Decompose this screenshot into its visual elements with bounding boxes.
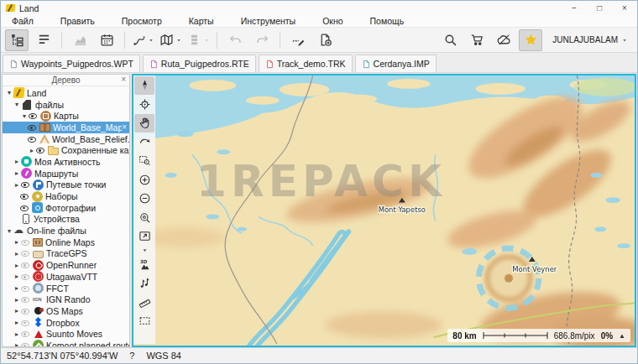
pan-button[interactable] (134, 114, 154, 133)
search-button[interactable] (438, 29, 462, 51)
expand-arrow-icon[interactable]: ▾ (13, 101, 21, 108)
menu-item-5[interactable]: Окно (309, 16, 356, 26)
collapse-arrow-icon[interactable]: ▸ (13, 319, 21, 326)
fit-screen-button[interactable] (134, 227, 154, 246)
visibility-eye-icon[interactable] (28, 122, 38, 132)
tree-item-World_Base_Map.co[interactable]: World_Base_Map.co× (3, 122, 129, 133)
tree-item-Online Maps[interactable]: ▸Online Maps (3, 237, 129, 248)
map-tools-button[interactable] (159, 29, 183, 51)
zoom-in-button[interactable] (134, 171, 154, 190)
tree-item-OS Maps[interactable]: ▸OS Maps (3, 305, 129, 317)
tree-item-IGN Rando[interactable]: ▸IGN Rando (3, 294, 129, 305)
tab-Ruta_Puigpedros.RTE[interactable]: Ruta_Puigpedros.RTE (143, 55, 256, 72)
tree-item-Сохраненные карты[interactable]: ▸Сохраненные карты (3, 144, 129, 156)
visibility-eye-icon[interactable] (21, 180, 31, 190)
import-file-button[interactable] (313, 29, 337, 51)
visibility-eye-icon[interactable] (21, 306, 31, 315)
tree-item-Komoot planned routes[interactable]: ▸Komoot planned routes (3, 340, 129, 346)
minimize-button[interactable]: − (562, 1, 587, 15)
tree-item-Путевые точки[interactable]: ▸Путевые точки (3, 179, 129, 191)
tree-item-UtagawaVTT[interactable]: ▸UtagawaVTT (3, 271, 129, 283)
visibility-eye-icon[interactable] (21, 261, 31, 270)
collapse-arrow-icon[interactable]: ▸ (13, 273, 21, 280)
select-area-button[interactable] (134, 312, 154, 330)
zoom-100-button[interactable] (134, 209, 154, 227)
visibility-eye-icon[interactable] (21, 318, 31, 327)
expand-arrow-icon[interactable]: ▾ (20, 112, 29, 120)
more-zoom-options-button[interactable] (134, 247, 154, 255)
menu-item-4[interactable]: Инструменты (227, 16, 309, 26)
visibility-eye-icon[interactable] (20, 192, 30, 201)
visibility-eye-icon[interactable] (21, 330, 31, 339)
collapse-arrow-icon[interactable]: ▸ (13, 296, 21, 304)
collapse-arrow-icon[interactable]: ▸ (13, 330, 21, 338)
visibility-eye-icon[interactable] (21, 237, 31, 247)
store-button[interactable] (465, 29, 489, 51)
compass-button[interactable] (134, 76, 154, 95)
measure-button[interactable] (134, 294, 154, 312)
visibility-eye-icon[interactable] (29, 112, 39, 121)
tree-item-FFCT[interactable]: ▸FFCT (3, 283, 129, 294)
visibility-eye-icon[interactable] (28, 134, 38, 143)
menu-item-1[interactable]: Править (47, 16, 108, 26)
collapse-arrow-icon[interactable]: ▸ (13, 238, 21, 246)
tree-view-button[interactable] (5, 29, 29, 51)
tree-item-Наборы[interactable]: Наборы (3, 190, 129, 202)
collapse-arrow-icon[interactable]: ▸ (13, 181, 21, 189)
tree-panel-close-icon[interactable]: × (121, 75, 126, 84)
collapse-arrow-icon[interactable]: ▸ (13, 262, 21, 269)
tree-item-Dropbox[interactable]: ▸Dropbox (3, 317, 129, 329)
collapse-arrow-icon[interactable]: ▸ (13, 284, 21, 292)
menu-item-0[interactable]: Файл (1, 16, 47, 26)
offline-mode-button[interactable] (492, 29, 515, 51)
tree-item-файлы[interactable]: ▾файлы (3, 99, 129, 111)
menu-item-6[interactable]: Помощь (357, 16, 418, 26)
visibility-eye-icon[interactable] (20, 203, 30, 212)
tree-item-On-line файлы[interactable]: ▾On-line файлы (3, 225, 129, 237)
close-item-icon[interactable]: × (122, 122, 129, 132)
track-tools-button[interactable] (131, 29, 155, 51)
collapse-arrow-icon[interactable]: ▸ (28, 147, 36, 154)
list-view-button[interactable] (32, 29, 55, 51)
menu-item-3[interactable]: Карты (175, 16, 227, 26)
visibility-eye-icon[interactable] (21, 283, 31, 293)
menu-item-2[interactable]: Просмотр (108, 16, 175, 26)
tree-item-Suunto Moves[interactable]: ▸Suunto Moves (3, 328, 129, 340)
visibility-eye-icon[interactable] (21, 272, 31, 281)
account-button[interactable]: JUNLAJUBALAM (544, 35, 635, 44)
tree-item-World_Base_Relief.cwd[interactable]: World_Base_Relief.cwd (3, 133, 129, 145)
tree-item-Маршруты[interactable]: ▸Маршруты (3, 168, 129, 179)
tab-Waypoints_Puigpedros.WPT[interactable]: Waypoints_Puigpedros.WPT (3, 55, 140, 72)
premium-star-button[interactable] (519, 29, 542, 51)
waypoint-tools-button[interactable] (134, 274, 154, 293)
visibility-eye-icon[interactable] (21, 295, 31, 304)
center-gps-button[interactable] (134, 96, 154, 114)
tree-item-TraceGPS[interactable]: ▸TraceGPS (3, 248, 129, 260)
visibility-eye-icon[interactable] (21, 249, 31, 258)
expand-arrow-icon[interactable]: ▾ (5, 89, 13, 96)
close-button[interactable]: × (612, 1, 637, 15)
view-3d-button[interactable] (134, 256, 154, 274)
tab-Track_demo.TRK[interactable]: Track_demo.TRK (259, 55, 353, 72)
calendar-button[interactable] (95, 29, 118, 51)
visibility-eye-icon[interactable] (21, 341, 31, 346)
collapse-arrow-icon[interactable]: ▸ (13, 307, 21, 315)
tree-item-Моя Активность[interactable]: ▸Моя Активность (3, 156, 129, 168)
maximize-button[interactable]: □ (587, 1, 612, 15)
expand-arrow-icon[interactable]: ▾ (5, 227, 13, 235)
tab-Cerdanya.IMP[interactable]: Cerdanya.IMP (355, 55, 437, 72)
collapse-arrow-icon[interactable]: ▸ (13, 341, 21, 346)
collapse-arrow-icon[interactable]: ▸ (13, 250, 21, 257)
collapse-arrow-icon[interactable]: ▸ (13, 169, 21, 177)
rotate-map-button[interactable] (134, 133, 154, 152)
tree-item-Карты[interactable]: ▾Карты (3, 110, 129, 122)
zoom-window-button[interactable] (134, 152, 154, 170)
collapse-arrow-icon[interactable]: ▸ (13, 158, 21, 165)
route-editor-button[interactable] (286, 29, 310, 51)
tree-item-OpenRunner[interactable]: ▸OpenRunner (3, 259, 129, 271)
zoom-out-button[interactable] (134, 190, 154, 208)
visibility-eye-icon[interactable] (36, 146, 46, 155)
tree-item-Фотографии[interactable]: Фотографии (3, 202, 129, 214)
tree-item-Land[interactable]: ▾Land (3, 87, 129, 99)
map-canvas[interactable]: 1REPACK Mont Yapetso Mont Veyner (133, 75, 635, 346)
